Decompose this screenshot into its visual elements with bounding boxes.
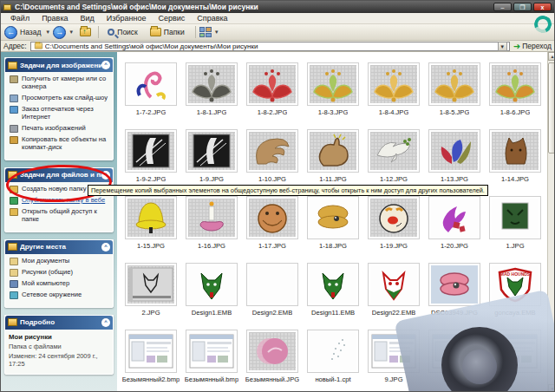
file-thumbnail[interactable]: 9.JPG — [363, 325, 424, 392]
thumbnail-image[interactable] — [368, 263, 420, 306]
file-thumbnail[interactable]: новый-1.cpt — [303, 325, 363, 392]
thumbnail-image[interactable] — [307, 330, 359, 373]
menu-item[interactable]: Правка — [36, 14, 74, 23]
thumbnail-image[interactable] — [246, 62, 298, 106]
file-thumbnail[interactable]: Безымянный2.bmp — [121, 325, 181, 392]
thumbnail-image[interactable] — [125, 330, 177, 373]
thumbnail-image[interactable] — [428, 263, 480, 306]
scroll-up-icon[interactable]: ▲ — [548, 52, 555, 61]
panel-header[interactable]: Другие места^ — [5, 240, 113, 254]
file-thumbnail[interactable]: 10.JPG — [424, 325, 485, 392]
file-thumbnail[interactable] — [181, 52, 242, 58]
menu-item[interactable]: Файл — [4, 14, 36, 23]
file-thumbnail[interactable]: 1-8-1.JPG — [181, 58, 242, 125]
thumbnail-image[interactable] — [428, 330, 480, 373]
file-thumbnail[interactable]: 1-19.JPG — [363, 192, 424, 258]
back-button[interactable]: ← Назад ▼ — [4, 26, 53, 39]
thumbnail-image[interactable] — [125, 129, 177, 173]
thumbnail-image[interactable] — [186, 196, 238, 239]
file-thumbnail[interactable] — [303, 52, 363, 58]
chevron-up-icon[interactable]: ^ — [101, 318, 110, 327]
chevron-up-icon[interactable]: ^ — [101, 61, 110, 69]
go-button[interactable]: ➜ Переход — [513, 42, 552, 51]
chevron-up-icon[interactable]: ^ — [101, 243, 110, 252]
thumbnail-image[interactable] — [246, 129, 298, 173]
file-thumbnail[interactable]: 1-17.JPG — [242, 192, 303, 258]
file-thumbnail[interactable]: Design11.EMB — [303, 258, 363, 325]
thumbnail-image[interactable] — [246, 196, 298, 239]
scroll-down-icon[interactable]: ▼ — [548, 384, 555, 392]
file-thumbnail[interactable] — [485, 325, 545, 392]
thumbnail-image[interactable] — [186, 129, 238, 173]
task-item[interactable]: Получить от камеры или со сканера — [9, 75, 110, 91]
file-thumbnail[interactable]: 1-8-4.JPG — [363, 58, 424, 125]
file-thumbnail[interactable]: 1-12.JPG — [363, 125, 424, 192]
file-thumbnail[interactable] — [424, 52, 485, 58]
thumbnail-image[interactable]: MAD HOUNDS — [489, 263, 541, 306]
file-thumbnail[interactable]: 1-14.JPG — [485, 125, 545, 192]
file-thumbnail[interactable]: 1-20.JPG — [424, 192, 485, 258]
maximize-button[interactable]: ❐ — [513, 3, 532, 11]
thumbnail-image[interactable] — [246, 330, 298, 373]
thumbnail-image[interactable] — [368, 62, 420, 106]
menu-item[interactable]: Избранное — [101, 14, 153, 23]
chevron-up-icon[interactable]: ^ — [101, 171, 110, 180]
thumbnail-image[interactable] — [186, 62, 238, 106]
file-thumbnail[interactable]: 1-7-2.JPG — [121, 58, 181, 125]
file-thumbnail[interactable]: 1-16.JPG — [181, 192, 242, 258]
folders-button[interactable]: Папки — [150, 28, 186, 36]
vertical-scrollbar[interactable]: ▲ ▼ — [547, 52, 555, 392]
file-thumbnail[interactable]: Design22.EMB — [363, 258, 424, 325]
scrollbar-thumb[interactable] — [548, 62, 555, 154]
forward-button[interactable]: → ▼ — [53, 26, 76, 39]
file-thumbnail[interactable]: MAD HOUNDSgoncaya.EMB — [485, 258, 545, 325]
file-thumbnail[interactable]: 1-9.JPG — [181, 125, 242, 192]
file-thumbnail[interactable]: Design1.EMB — [181, 258, 242, 325]
task-item[interactable]: Просмотреть как слайд-шоу — [9, 95, 110, 102]
task-item[interactable]: Копировать все объекты на компакт-диск — [9, 136, 110, 152]
file-thumbnail[interactable] — [485, 52, 545, 58]
thumbnail-image[interactable] — [125, 62, 177, 106]
file-thumbnail[interactable]: 1-8-3.JPG — [303, 58, 363, 125]
thumbnail-image[interactable] — [125, 263, 177, 306]
thumbnail-image[interactable] — [307, 62, 359, 106]
close-button[interactable]: x — [533, 3, 552, 11]
task-item[interactable]: Печать изображений — [9, 125, 110, 133]
panel-header[interactable]: Задачи для файлов и папок^ — [5, 168, 113, 182]
menu-item[interactable]: Сервис — [152, 14, 191, 23]
menu-item[interactable]: Вид — [75, 14, 101, 23]
minimize-button[interactable]: – — [493, 3, 512, 11]
address-input[interactable]: C:\Documents and Settings\мой офис\Мои д… — [30, 42, 510, 51]
thumbnail-image[interactable] — [125, 196, 177, 239]
task-item[interactable]: Мой компьютер — [9, 280, 110, 288]
views-dropdown-icon[interactable]: ▼ — [214, 29, 219, 35]
thumbnail-image[interactable] — [368, 129, 420, 173]
thumbnail-image[interactable] — [428, 62, 480, 106]
views-button[interactable]: ▼ — [199, 27, 222, 37]
task-item[interactable]: Опубликовать папку в вебе — [9, 197, 110, 205]
task-item[interactable]: Открыть общий доступ к папке — [9, 208, 110, 224]
thumbnail-image[interactable] — [307, 129, 359, 173]
thumbnail-image[interactable] — [428, 129, 480, 173]
thumbnail-image[interactable] — [428, 196, 480, 239]
task-item[interactable]: Мои документы — [9, 258, 110, 265]
thumbnail-image[interactable] — [489, 129, 541, 173]
file-thumbnail[interactable]: 1-18.JPG — [303, 192, 363, 258]
panel-header[interactable]: Задачи для изображений^ — [5, 58, 113, 72]
file-thumbnail[interactable] — [242, 52, 303, 58]
file-thumbnail[interactable]: 1-9-2.JPG — [121, 125, 181, 192]
thumbnail-image[interactable] — [307, 263, 359, 306]
file-thumbnail[interactable]: DSC03949.JPG — [424, 258, 485, 325]
menu-item[interactable]: Справка — [191, 14, 233, 23]
task-item[interactable]: Заказ отпечатков через Интернет — [9, 106, 110, 121]
file-thumbnail[interactable]: Downloaded Media — [121, 52, 181, 58]
file-thumbnail[interactable]: 1-8-5.JPG — [424, 58, 485, 125]
back-dropdown-icon[interactable]: ▼ — [45, 29, 50, 35]
file-thumbnail[interactable]: 2.JPG — [121, 258, 181, 325]
file-thumbnail[interactable]: Безымянный.JPG — [242, 325, 303, 392]
thumbnail-image[interactable] — [246, 263, 298, 306]
file-thumbnail[interactable]: 1-8-6.JPG — [485, 58, 545, 125]
file-thumbnail[interactable]: 1.JPG — [485, 192, 545, 258]
thumbnail-image[interactable] — [489, 196, 541, 239]
thumbnail-image[interactable] — [489, 330, 541, 373]
